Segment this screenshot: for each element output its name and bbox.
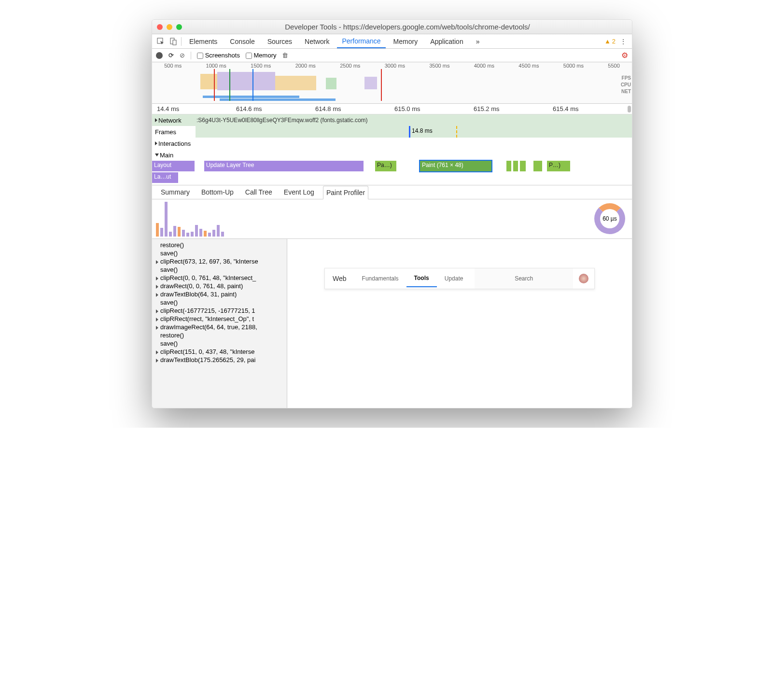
expand-icon[interactable] bbox=[156, 285, 158, 289]
expand-icon[interactable] bbox=[156, 318, 158, 322]
paint-command[interactable]: save() bbox=[153, 266, 286, 274]
track-interactions[interactable]: Interactions bbox=[152, 138, 632, 149]
inspect-icon[interactable] bbox=[156, 37, 166, 46]
subtab-paint-profiler[interactable]: Paint Profiler bbox=[323, 186, 368, 199]
paint-command[interactable]: restore() bbox=[153, 331, 286, 339]
paint-command[interactable]: clipRect(673, 12, 697, 36, "kInterse bbox=[153, 257, 286, 266]
paint-command[interactable]: save() bbox=[153, 249, 286, 257]
preview-updates: Update bbox=[437, 275, 471, 282]
scroll-thumb[interactable] bbox=[628, 106, 631, 112]
close-icon[interactable] bbox=[157, 24, 163, 30]
preview-fundamentals: Fundamentals bbox=[354, 275, 406, 282]
track-main-header[interactable]: Main bbox=[152, 149, 632, 161]
paint-command[interactable]: clipRRect(rrect, "kIntersect_Op", t bbox=[153, 315, 286, 323]
subtab-summary[interactable]: Summary bbox=[158, 186, 193, 198]
event-layout[interactable]: Layout bbox=[152, 161, 195, 171]
overview-tick: 4000 ms bbox=[474, 63, 494, 69]
expand-icon[interactable] bbox=[156, 277, 158, 280]
paint-commands-list[interactable]: restore()save()clipRect(673, 12, 697, 36… bbox=[152, 239, 287, 408]
event-paint-small[interactable] bbox=[506, 161, 511, 171]
network-resource: :S6g4U3t-Y5UEw0lE80llgEseQY3FEmqw.woff2 … bbox=[196, 117, 368, 124]
subtab-event-log[interactable]: Event Log bbox=[281, 186, 317, 198]
paint-preview: Web Fundamentals Tools Update Search bbox=[287, 239, 632, 408]
expand-icon[interactable] bbox=[156, 359, 158, 363]
screenshots-checkbox[interactable]: Screenshots bbox=[197, 52, 240, 59]
event-paint-selected[interactable]: Paint (761 × 48) bbox=[420, 161, 491, 171]
paint-command[interactable]: save() bbox=[153, 339, 286, 348]
overview-tick: 2500 ms bbox=[340, 63, 360, 69]
paint-profiler-detail: restore()save()clipRect(673, 12, 697, 36… bbox=[152, 239, 632, 408]
paint-command[interactable]: drawImageRect(64, 64, true, 2188, bbox=[153, 323, 286, 331]
paint-command[interactable]: clipRect(-16777215, -16777215, 1 bbox=[153, 307, 286, 315]
paint-profiler-sparkline[interactable]: 60 µs bbox=[152, 199, 632, 239]
expand-icon[interactable] bbox=[156, 309, 158, 313]
event-update-layer-tree[interactable]: Update Layer Tree bbox=[204, 161, 364, 171]
clear-icon[interactable]: ⊘ bbox=[180, 52, 185, 59]
event-paint-truncated[interactable]: P…) bbox=[547, 161, 570, 171]
timeline-overview[interactable]: 500 ms 1000 ms 1500 ms 2000 ms 2500 ms 3… bbox=[152, 62, 632, 104]
kebab-menu-icon[interactable]: ⋮ bbox=[618, 37, 628, 46]
expand-icon[interactable] bbox=[156, 350, 158, 354]
device-toggle-icon[interactable] bbox=[168, 37, 178, 46]
devtools-window: Developer Tools - https://developers.goo… bbox=[152, 19, 632, 408]
memory-checkbox[interactable]: Memory bbox=[246, 52, 277, 59]
event-paint-small[interactable] bbox=[533, 161, 542, 171]
preview-search: Search bbox=[475, 268, 573, 289]
event-layout-child[interactable]: La…ut bbox=[152, 172, 178, 183]
event-paint-small[interactable] bbox=[513, 161, 518, 171]
overview-tick: 5500 bbox=[608, 63, 619, 69]
overview-tick: 3000 ms bbox=[385, 63, 405, 69]
track-network[interactable]: Network :S6g4U3t-Y5UEw0lE80llgEseQY3FEmq… bbox=[152, 114, 632, 126]
detail-ruler[interactable]: 14.4 ms 614.6 ms 614.8 ms 615.0 ms 615.2… bbox=[152, 104, 632, 114]
overview-tick: 5000 ms bbox=[563, 63, 584, 69]
trash-icon[interactable]: 🗑 bbox=[282, 52, 288, 59]
tab-application[interactable]: Application bbox=[425, 35, 468, 48]
paint-command[interactable]: save() bbox=[153, 298, 286, 307]
tabs-overflow[interactable]: » bbox=[471, 35, 485, 48]
subtab-bottom-up[interactable]: Bottom-Up bbox=[198, 186, 237, 198]
tab-performance[interactable]: Performance bbox=[337, 35, 385, 48]
flame-tracks: Network :S6g4U3t-Y5UEw0lE80llgEseQY3FEmq… bbox=[152, 114, 632, 185]
track-frames[interactable]: Frames 14.8 ms bbox=[152, 126, 632, 138]
minimize-icon[interactable] bbox=[167, 24, 172, 30]
paint-command[interactable]: drawTextBlob(175.265625, 29, pai bbox=[153, 356, 286, 364]
tab-console[interactable]: Console bbox=[225, 35, 259, 48]
traffic-lights bbox=[157, 24, 182, 30]
expand-icon[interactable] bbox=[156, 260, 158, 264]
detail-subtabs: Summary Bottom-Up Call Tree Event Log Pa… bbox=[152, 185, 632, 199]
frame-time: 14.8 ms bbox=[412, 127, 433, 134]
zoom-icon[interactable] bbox=[176, 24, 182, 30]
paint-command[interactable]: restore() bbox=[153, 241, 286, 249]
paint-command[interactable]: clipRect(0, 0, 761, 48, "kIntersect_ bbox=[153, 274, 286, 282]
subtab-call-tree[interactable]: Call Tree bbox=[242, 186, 275, 198]
avatar-icon bbox=[579, 274, 588, 283]
event-paint-truncated[interactable]: Pa…) bbox=[375, 161, 396, 171]
tab-sources[interactable]: Sources bbox=[263, 35, 297, 48]
donut-label: 60 µs bbox=[602, 215, 617, 222]
performance-toolbar: ⟳ ⊘ Screenshots Memory 🗑 ⚙ bbox=[152, 49, 632, 62]
preview-navbar: Web Fundamentals Tools Update Search bbox=[324, 268, 595, 289]
expand-icon[interactable] bbox=[156, 293, 158, 297]
panel-tabbar: Elements Console Sources Network Perform… bbox=[152, 34, 632, 49]
tab-memory[interactable]: Memory bbox=[389, 35, 423, 48]
titlebar: Developer Tools - https://developers.goo… bbox=[152, 20, 632, 34]
paint-command[interactable]: drawTextBlob(64, 31, paint) bbox=[153, 290, 286, 298]
main-lane[interactable]: Layout Update Layer Tree Pa…) Paint (761… bbox=[152, 161, 632, 185]
tab-elements[interactable]: Elements bbox=[184, 35, 222, 48]
settings-gear-icon[interactable]: ⚙ bbox=[621, 51, 628, 60]
reload-icon[interactable]: ⟳ bbox=[168, 52, 174, 59]
paint-command[interactable]: clipRect(151, 0, 437, 48, "kInterse bbox=[153, 348, 286, 356]
overview-activity bbox=[200, 69, 403, 101]
event-paint-small[interactable] bbox=[520, 161, 526, 171]
record-button[interactable] bbox=[156, 52, 163, 59]
preview-tools: Tools bbox=[406, 275, 437, 287]
overview-tick: 2000 ms bbox=[295, 63, 316, 69]
overview-tick: 3500 ms bbox=[429, 63, 449, 69]
tab-network[interactable]: Network bbox=[300, 35, 334, 48]
expand-icon[interactable] bbox=[156, 326, 158, 330]
paint-command[interactable]: drawRect(0, 0, 761, 48, paint) bbox=[153, 282, 286, 290]
warnings-badge[interactable]: ▲ 2 bbox=[604, 38, 616, 45]
profiler-donut: 60 µs bbox=[594, 203, 625, 234]
preview-web: Web bbox=[325, 275, 354, 282]
overview-tick: 1000 ms bbox=[206, 63, 226, 69]
